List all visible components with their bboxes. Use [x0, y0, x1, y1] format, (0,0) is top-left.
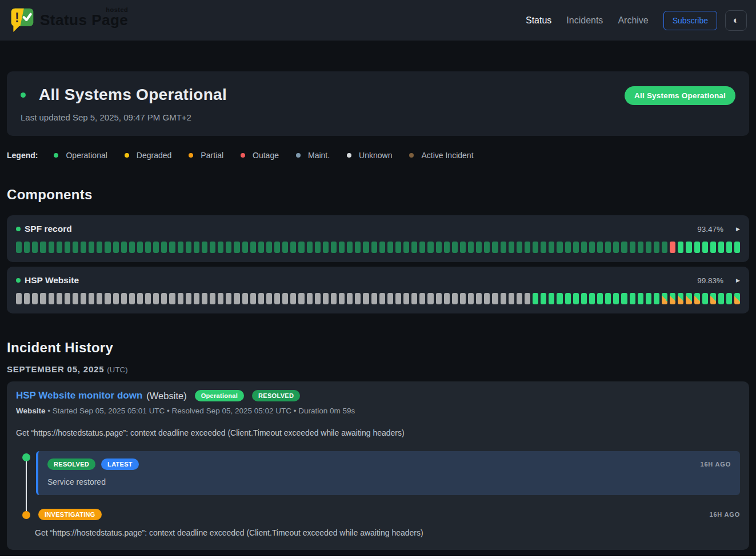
uptime-bars	[16, 242, 740, 253]
status-dot-icon	[241, 153, 245, 158]
uptime-bar-unknown	[145, 293, 151, 304]
uptime-bar-partial	[734, 293, 740, 304]
incident-date-heading: SEPTEMBER 05, 2025 (UTC)	[7, 364, 749, 374]
uptime-bar-unknown	[137, 293, 143, 304]
expand-arrow-icon[interactable]: ▶	[736, 278, 740, 283]
uptime-bars	[16, 293, 740, 304]
uptime-bar-op_old	[121, 242, 127, 253]
uptime-bar-unknown	[57, 293, 62, 304]
uptime-bar-op_old	[654, 242, 659, 253]
uptime-bar-op_old	[613, 242, 619, 253]
legend-item: Active Incident	[409, 151, 473, 160]
uptime-bar-op	[597, 293, 603, 304]
uptime-bar-op_old	[113, 242, 119, 253]
uptime-bar-op_old	[379, 242, 385, 253]
status-dot-icon	[296, 153, 301, 158]
uptime-bar-unknown	[121, 293, 127, 304]
nav-archive[interactable]: Archive	[618, 15, 648, 26]
uptime-bar-unknown	[24, 293, 30, 304]
uptime-bar-op	[678, 242, 683, 253]
brand[interactable]: ! hosted Status Page	[9, 5, 128, 36]
uptime-bar-op_old	[32, 242, 38, 253]
uptime-bar-unknown	[258, 293, 264, 304]
uptime-bar-op	[646, 293, 651, 304]
incident-timeline: RESOLVEDLATEST16H AGOService restoredINV…	[16, 451, 740, 537]
uptime-bar-unknown	[218, 293, 223, 304]
uptime-bar-unknown	[178, 293, 183, 304]
uptime-bar-op_old	[533, 242, 538, 253]
uptime-bar-op	[726, 293, 732, 304]
incident-history-heading: Incident History	[7, 340, 749, 356]
uptime-bar-unknown	[129, 293, 135, 304]
uptime-bar-outage	[670, 242, 675, 253]
uptime-bar-op_old	[49, 242, 54, 253]
uptime-bar-op	[621, 293, 627, 304]
timeline-status-badge: INVESTIGATING	[38, 509, 102, 520]
uptime-bar-op	[581, 293, 587, 304]
uptime-bar-op_old	[161, 242, 167, 253]
uptime-bar-unknown	[290, 293, 296, 304]
uptime-bar-op	[726, 242, 732, 253]
uptime-bar-unknown	[427, 293, 433, 304]
uptime-bar-unknown	[444, 293, 450, 304]
uptime-bar-unknown	[113, 293, 119, 304]
uptime-bar-op_old	[202, 242, 207, 253]
uptime-bar-unknown	[476, 293, 482, 304]
uptime-bar-op	[686, 242, 691, 253]
legend-item-label: Outage	[253, 151, 279, 160]
uptime-bar-unknown	[331, 293, 337, 304]
uptime-bar-unknown	[403, 293, 409, 304]
theme-toggle-button[interactable]: ◐	[725, 10, 747, 31]
component-card: SPF record93.47%▶	[7, 215, 749, 262]
incident-title-link[interactable]: HSP Website monitor down	[16, 390, 142, 401]
uptime-bar-op_old	[597, 242, 603, 253]
overall-status-dot	[21, 93, 26, 98]
incident-card: HSP Website monitor down (Website) Opera…	[7, 381, 749, 550]
uptime-bar-op_old	[81, 242, 86, 253]
uptime-bar-op	[718, 293, 724, 304]
uptime-bar-partial	[670, 293, 675, 304]
uptime-bar-op_old	[137, 242, 143, 253]
header: ! hosted Status Page StatusIncidentsArch…	[0, 0, 756, 41]
uptime-bar-op_old	[178, 242, 183, 253]
uptime-bar-op_old	[242, 242, 248, 253]
uptime-bar-unknown	[274, 293, 280, 304]
nav-status[interactable]: Status	[526, 15, 551, 26]
uptime-bar-op	[605, 293, 611, 304]
uptime-bar-op_old	[427, 242, 433, 253]
uptime-bar-op	[613, 293, 619, 304]
uptime-bar-unknown	[517, 293, 522, 304]
main-nav: StatusIncidentsArchive	[526, 15, 649, 26]
uptime-bar-unknown	[501, 293, 506, 304]
incident-meta: Website • Started Sep 05, 2025 05:01 UTC…	[16, 407, 740, 415]
uptime-bar-unknown	[169, 293, 175, 304]
uptime-bar-unknown	[411, 293, 417, 304]
component-uptime: 99.83%	[697, 276, 723, 285]
component-uptime: 93.47%	[697, 225, 723, 234]
uptime-bar-unknown	[323, 293, 329, 304]
uptime-bar-op_old	[323, 242, 329, 253]
component-list: SPF record93.47%▶HSP Website99.83%▶	[7, 215, 749, 313]
uptime-bar-unknown	[226, 293, 231, 304]
uptime-bar-unknown	[419, 293, 425, 304]
nav-incidents[interactable]: Incidents	[566, 15, 603, 26]
expand-arrow-icon[interactable]: ▶	[736, 226, 740, 232]
overall-status-badge: All Systems Operational	[625, 86, 735, 105]
legend-item: Partial	[189, 151, 223, 160]
subscribe-button[interactable]: Subscribe	[663, 11, 717, 30]
uptime-bar-op_old	[347, 242, 353, 253]
brand-logo-icon: !	[9, 5, 35, 36]
uptime-bar-op_old	[541, 242, 546, 253]
uptime-bar-op	[734, 242, 740, 253]
uptime-bar-unknown	[16, 293, 22, 304]
uptime-bar-unknown	[65, 293, 70, 304]
timeline-status-badge: LATEST	[101, 459, 139, 470]
uptime-bar-unknown	[371, 293, 377, 304]
uptime-bar-op_old	[258, 242, 264, 253]
uptime-bar-op_old	[662, 242, 667, 253]
timeline-entries: RESOLVEDLATEST16H AGOService restoredINV…	[16, 451, 740, 537]
uptime-bar-op_old	[89, 242, 94, 253]
uptime-bar-unknown	[460, 293, 466, 304]
legend-items: OperationalDegradedPartialOutageMaint.Un…	[54, 151, 490, 160]
incident-meta-rest: • Started Sep 05, 2025 05:01 UTC • Resol…	[46, 407, 355, 415]
